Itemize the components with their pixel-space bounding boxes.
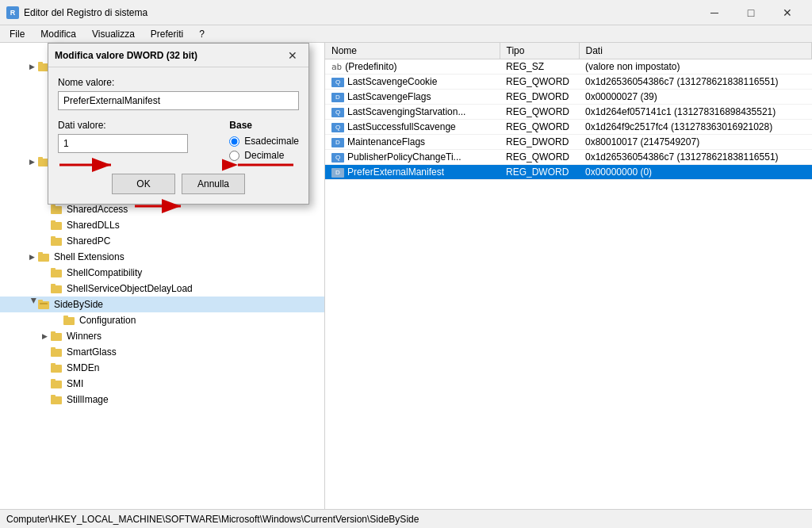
reg-type: REG_QWORD [500, 75, 579, 90]
reg-name: QLastScavengeCookie [325, 75, 500, 90]
chevron-icon [38, 219, 51, 231]
folder-icon [63, 315, 76, 326]
chevron-icon [38, 377, 51, 390]
svg-rect-42 [51, 363, 56, 365]
dec-radio[interactable] [229, 151, 239, 161]
tree-item-sidebyside[interactable]: ▶ SideBySide [0, 297, 324, 312]
chevron-icon: ▶ [38, 330, 51, 342]
window-controls: ─ □ ✕ [696, 0, 806, 25]
name-input[interactable] [58, 91, 299, 110]
tree-item-configuration[interactable]: Configuration [0, 312, 324, 328]
menu-help[interactable]: ? [193, 27, 211, 41]
base-label: Base [229, 120, 299, 131]
ok-button[interactable]: OK [112, 174, 175, 194]
reg-type-selected: REG_DWORD [500, 165, 579, 180]
data-label: Dati valore: [58, 120, 210, 131]
dialog-buttons: OK Annulla [58, 174, 299, 194]
tree-item-smden[interactable]: SMDEn [0, 360, 324, 376]
svg-rect-43 [51, 381, 62, 388]
menu-favorites[interactable]: Preferiti [144, 27, 190, 41]
tree-item-shellext[interactable]: ▶ Shell Extensions [0, 249, 324, 265]
svg-rect-37 [51, 333, 62, 341]
folder-icon [51, 378, 63, 389]
svg-rect-45 [51, 396, 62, 404]
tree-item-stillimage[interactable]: StillImage [0, 392, 324, 407]
chevron-expand-icon: ▶ [25, 298, 38, 311]
tree-label: StillImage [67, 394, 109, 405]
svg-rect-30 [51, 285, 62, 293]
dialog-overlay: Modifica valore DWORD (32 bit) ✕ Nome va… [48, 43, 309, 205]
data-input[interactable] [58, 134, 188, 153]
svg-rect-27 [38, 252, 43, 254]
col-header-name: Nome [325, 43, 500, 59]
svg-rect-20 [51, 206, 62, 214]
tree-item-sharedpc[interactable]: SharedPC [0, 233, 324, 249]
svg-rect-23 [51, 220, 56, 223]
table-row-selected[interactable]: DPreferExternalManifest REG_DWORD 0x0000… [325, 165, 812, 180]
reg-type: REG_QWORD [500, 120, 579, 135]
status-bar: Computer\HKEY_LOCAL_MACHINE\SOFTWARE\Mic… [0, 509, 812, 528]
menu-view[interactable]: Visualizza [86, 27, 141, 41]
table-row[interactable]: DLastScavengeFlags REG_DWORD 0x00000027 … [325, 90, 812, 105]
right-panel: Nome Tipo Dati ab(Predefinito) REG_SZ (v… [325, 43, 812, 509]
tree-item-winners[interactable]: ▶ Winners [0, 328, 324, 344]
reg-name: QPublisherPolicyChangeTi... [325, 150, 500, 165]
reg-name-selected: DPreferExternalManifest [325, 165, 500, 180]
tree-item-smi[interactable]: SMI [0, 376, 324, 392]
menu-edit[interactable]: Modifica [34, 27, 82, 41]
svg-rect-39 [51, 349, 62, 357]
reg-type: REG_QWORD [500, 150, 579, 165]
folder-icon [51, 235, 63, 247]
window-title: Editor del Registro di sistema [24, 7, 696, 18]
tree-label: SMDEn [67, 362, 99, 373]
name-label: Nome valore: [58, 77, 299, 88]
data-row: Dati valore: Base Esadecimale Decimale [58, 120, 299, 164]
table-row[interactable]: QPublisherPolicyChangeTi... REG_QWORD 0x… [325, 150, 812, 165]
tree-item-shareddlls[interactable]: SharedDLLs [0, 217, 324, 233]
tree-item-shellcompat[interactable]: ShellCompatibility [0, 265, 324, 281]
chevron-icon [38, 282, 51, 295]
hex-radio[interactable] [229, 136, 239, 147]
svg-rect-15 [38, 157, 43, 159]
tree-item-shellservice[interactable]: ShellServiceObjectDelayLoad [0, 281, 324, 297]
table-row[interactable]: QLastScavengeCookie REG_QWORD 0x1d265360… [325, 75, 812, 90]
menu-file[interactable]: File [3, 27, 31, 41]
dec-label: Decimale [244, 150, 284, 161]
svg-rect-3 [38, 62, 43, 64]
svg-rect-22 [51, 222, 62, 230]
cancel-button[interactable]: Annulla [182, 174, 245, 194]
table-row[interactable]: DMaintenanceFlags REG_DWORD 0x80010017 (… [325, 135, 812, 150]
reg-type: REG_SZ [500, 59, 579, 75]
tree-item-smartglass[interactable]: SmartGlass [0, 344, 324, 360]
table-row[interactable]: ab(Predefinito) REG_SZ (valore non impos… [325, 59, 812, 75]
reg-type: REG_DWORD [500, 135, 579, 150]
table-row[interactable]: QLastSuccessfullScavenge REG_QWORD 0x1d2… [325, 120, 812, 135]
dec-radio-row: Decimale [229, 150, 299, 161]
tree-label: ShellServiceObjectDelayLoad [67, 283, 193, 294]
chevron-icon [38, 235, 51, 247]
chevron-icon [38, 266, 51, 279]
close-button[interactable]: ✕ [769, 0, 806, 25]
svg-rect-33 [38, 300, 43, 302]
tree-label: SmartGlass [67, 346, 117, 358]
chevron-icon [38, 393, 51, 406]
reg-name: DLastScavengeFlags [325, 90, 500, 105]
col-header-data: Dati [579, 43, 812, 59]
dialog-close-button[interactable]: ✕ [283, 46, 302, 65]
reg-name: QLastScavengingStarvation... [325, 105, 500, 120]
tree-label: SideBySide [54, 299, 103, 310]
svg-rect-32 [38, 301, 49, 309]
reg-data: 0x1d264f9c2517fc4 (131278363016921028) [579, 120, 812, 135]
tree-label: Shell Extensions [54, 251, 124, 262]
table-row[interactable]: QLastScavengingStarvation... REG_QWORD 0… [325, 105, 812, 120]
svg-rect-41 [51, 365, 62, 373]
reg-data: 0x1d264ef057141c1 (131278316898435521) [579, 105, 812, 120]
svg-rect-29 [51, 268, 56, 270]
reg-data: 0x1d26536054386c7 (131278621838116551) [579, 150, 812, 165]
minimize-button[interactable]: ─ [696, 0, 733, 25]
svg-rect-35 [63, 317, 75, 325]
maximize-button[interactable]: □ [733, 0, 769, 25]
svg-rect-25 [51, 236, 56, 239]
chevron-icon [51, 314, 63, 327]
chevron-icon [38, 346, 51, 358]
